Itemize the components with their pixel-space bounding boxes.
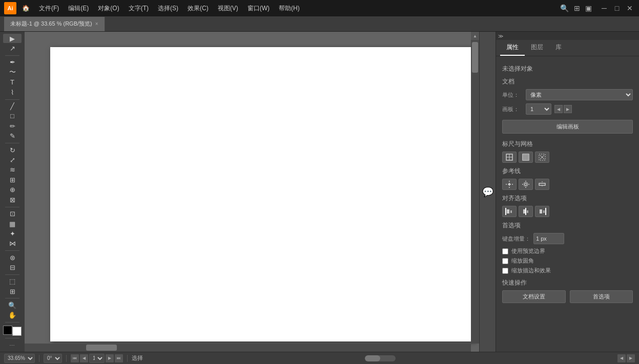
document-tab[interactable]: 未标题-1 @ 33.65 % (RGB/预览) × [4, 17, 105, 31]
guide-icon-3[interactable] [535, 179, 549, 190]
status-bar: 33.65% 0° ⏮ ◀ 1 ▶ ⏭ 选择 ◀ ▶ [0, 352, 639, 364]
color-swatches[interactable] [3, 326, 22, 336]
nav-prev-btn[interactable]: ◀ [80, 354, 88, 362]
align-icon-1[interactable] [502, 206, 517, 217]
canvas-area[interactable]: ▲ [25, 32, 479, 352]
pencil-tool-btn[interactable]: ✎ [3, 132, 22, 141]
horizontal-scrollbar[interactable] [25, 344, 471, 352]
selection-tool-btn[interactable]: ▶ [3, 34, 22, 43]
close-button[interactable]: ✕ [625, 3, 635, 13]
rulers-icon-3[interactable] [535, 152, 549, 163]
tab-layers[interactable]: 图层 [525, 40, 549, 56]
tool-separator-3 [5, 143, 19, 143]
tab-properties[interactable]: 属性 [500, 40, 525, 56]
menu-window[interactable]: 窗口(W) [243, 2, 274, 15]
foreground-color-swatch[interactable] [3, 326, 12, 335]
menu-select[interactable]: 选择(S) [154, 2, 182, 15]
rulers-icon-1[interactable] [502, 152, 517, 163]
warp-tool-btn[interactable]: ≋ [3, 165, 22, 175]
rotate-tool-btn[interactable]: ↻ [3, 145, 22, 155]
home-button[interactable]: 🏠 [19, 2, 32, 14]
panel-collapse-btn[interactable]: ≫ [496, 32, 639, 40]
nav-next-btn[interactable]: ▶ [106, 354, 114, 362]
minimize-button[interactable]: ─ [599, 3, 609, 13]
page-navigation: ⏮ ◀ 1 ▶ ⏭ [71, 354, 123, 363]
menu-edit[interactable]: 编辑(E) [64, 2, 93, 15]
guides-icons-row [502, 179, 633, 190]
keyboard-increment-input[interactable] [533, 233, 564, 244]
svg-point-15 [508, 183, 510, 185]
arrange-windows-icon[interactable]: ▣ [585, 4, 592, 12]
guide-icon-2[interactable] [519, 179, 533, 190]
artboard-select[interactable]: 1 [526, 103, 551, 115]
menu-file[interactable]: 文件(F) [35, 2, 63, 15]
search-icon[interactable]: 🔍 [560, 4, 569, 12]
zoom-select[interactable]: 33.65% [4, 354, 35, 363]
pen-tool-btn[interactable]: ✒ [3, 58, 22, 67]
status-left-arrow[interactable]: ◀ [617, 354, 626, 362]
column-graph-btn[interactable]: ⊟ [3, 263, 22, 272]
status-sep-3 [127, 355, 128, 362]
edit-artboard-btn[interactable]: 编辑画板 [502, 120, 633, 134]
tool-separator-8 [5, 322, 19, 323]
scroll-thumb-v[interactable] [472, 42, 478, 73]
hand-tool-btn[interactable]: ✋ [3, 311, 22, 320]
align-icon-2[interactable] [519, 206, 533, 217]
background-color-swatch[interactable] [12, 327, 22, 336]
type-tool-btn[interactable]: T [3, 78, 22, 87]
align-icons-row [502, 206, 633, 217]
scale-stroke-checkbox[interactable] [502, 268, 508, 274]
mesh-tool-btn[interactable]: ⊡ [3, 209, 22, 218]
tool-separator-6 [5, 274, 19, 275]
status-arrows: ◀ ▶ [617, 354, 635, 362]
blend-tool-btn[interactable]: ⋈ [3, 239, 22, 248]
tab-library[interactable]: 库 [549, 40, 568, 56]
unit-select[interactable]: 像素 [526, 89, 633, 100]
tab-close-btn[interactable]: × [95, 21, 98, 27]
vertical-scrollbar[interactable]: ▲ [471, 32, 479, 344]
status-mode-label: 选择 [132, 354, 143, 362]
restore-button[interactable]: □ [612, 3, 622, 13]
page-select[interactable]: 1 [89, 354, 105, 363]
artboard-tool-btn[interactable]: ⬚ [3, 277, 22, 286]
zoom-tool-btn[interactable]: 🔍 [3, 301, 22, 310]
free-transform-btn[interactable]: ⊞ [3, 175, 22, 184]
nav-last-btn[interactable]: ⏭ [115, 354, 123, 362]
menu-view[interactable]: 视图(V) [214, 2, 242, 15]
eyedropper-tool-btn[interactable]: ✦ [3, 229, 22, 238]
preferences-btn[interactable]: 首选项 [570, 290, 633, 303]
more-tools-btn[interactable]: ··· [3, 340, 22, 349]
direct-selection-tool-btn[interactable]: ↗ [3, 44, 22, 53]
touch-type-tool-btn[interactable]: ⌇ [3, 88, 22, 97]
use-preview-checkbox[interactable] [502, 248, 508, 254]
perspective-grid-btn[interactable]: ⊠ [3, 195, 22, 204]
paintbrush-tool-btn[interactable]: ✏ [3, 121, 22, 131]
rectangle-tool-btn[interactable]: □ [3, 112, 22, 121]
menu-effect[interactable]: 效果(C) [183, 2, 213, 15]
curvature-tool-btn[interactable]: 〜 [3, 68, 22, 77]
scroll-thumb-h[interactable] [86, 345, 117, 351]
status-sep-2 [66, 355, 67, 362]
rulers-icon-2[interactable] [519, 152, 533, 163]
doc-settings-btn[interactable]: 文档设置 [502, 290, 566, 303]
artboard-prev-btn[interactable]: ◀ [554, 105, 563, 113]
nav-first-btn[interactable]: ⏮ [71, 354, 79, 362]
scale-corners-checkbox[interactable] [502, 258, 508, 264]
align-icon-3[interactable] [535, 206, 549, 217]
gradient-tool-btn[interactable]: ▦ [3, 219, 22, 228]
menu-object[interactable]: 对象(O) [94, 2, 123, 15]
rotation-select[interactable]: 0° [44, 354, 62, 363]
menu-help[interactable]: 帮助(H) [275, 2, 304, 15]
workspace-icon[interactable]: ⊞ [574, 4, 580, 12]
shape-builder-btn[interactable]: ⊕ [3, 185, 22, 195]
status-right-arrow[interactable]: ▶ [627, 354, 635, 362]
artboard-next-btn[interactable]: ▶ [564, 105, 572, 113]
guide-icon-1[interactable] [502, 179, 517, 190]
symbol-sprayer-btn[interactable]: ⊛ [3, 253, 22, 262]
menu-type[interactable]: 文字(T) [125, 2, 153, 15]
comments-toggle-btn[interactable]: 💬 [479, 32, 496, 352]
line-tool-btn[interactable]: ╱ [3, 101, 22, 111]
scale-tool-btn[interactable]: ⤢ [3, 155, 22, 164]
slice-tool-btn[interactable]: ⊞ [3, 287, 22, 296]
scroll-up-arrow[interactable]: ▲ [471, 32, 479, 40]
